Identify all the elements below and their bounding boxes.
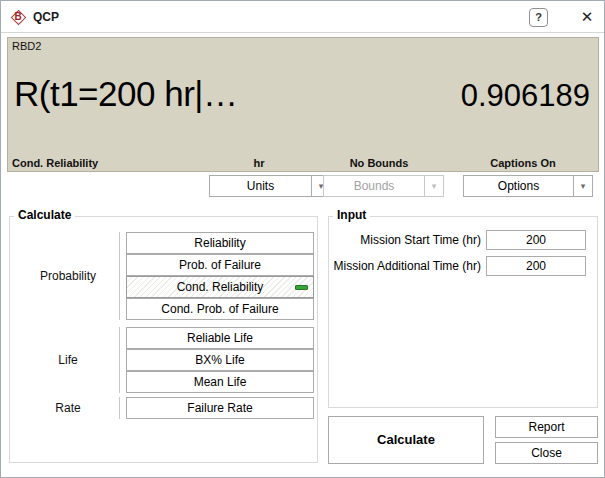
result-expression: R(t1=200 hr|… [14,74,237,114]
calculate-button[interactable]: Calculate [328,416,484,464]
item-name-label: RBD2 [12,40,41,52]
caption-units: hr [204,157,314,169]
bx-life-option[interactable]: BX% Life [126,349,314,371]
calculate-group-title: Calculate [14,208,75,222]
caption-bounds: No Bounds [318,157,440,169]
units-button-label[interactable]: Units [210,176,311,196]
cond-reliability-option-label: Cond. Reliability [177,280,264,294]
rate-label: Rate [18,397,118,419]
result-row: R(t1=200 hr|… 0.906189 [14,74,590,114]
mean-life-option[interactable]: Mean Life [126,371,314,393]
mission-additional-time-input[interactable] [486,256,586,276]
reliability-option[interactable]: Reliability [126,232,314,254]
mission-start-time-label: Mission Start Time (hr) [329,230,481,250]
life-label: Life [18,327,118,393]
rate-divider [119,397,120,419]
blocksim-app-icon: B [10,9,26,25]
life-divider [119,327,120,393]
options-button[interactable]: Options ▾ [463,175,593,197]
selected-indicator [295,285,308,290]
units-button[interactable]: Units ▾ [209,175,331,197]
results-display: RBD2 R(t1=200 hr|… 0.906189 Cond. Reliab… [7,37,599,172]
qcp-dialog: B QCP ? ✕ RBD2 R(t1=200 hr|… 0.906189 Co… [0,0,605,478]
help-icon[interactable]: ? [529,8,548,27]
probability-divider [119,232,120,320]
titlebar: B QCP ? ✕ [1,1,604,33]
failure-rate-option[interactable]: Failure Rate [126,397,314,419]
cond-prob-of-failure-option[interactable]: Cond. Prob. of Failure [126,298,314,320]
mission-additional-time-label: Mission Additional Time (hr) [329,256,481,276]
cond-reliability-option[interactable]: Cond. Reliability [126,276,314,298]
probability-label: Probability [18,232,118,320]
reliable-life-option[interactable]: Reliable Life [126,327,314,349]
report-button[interactable]: Report [495,416,598,438]
mission-start-time-input[interactable] [486,230,586,250]
bounds-button-label: Bounds [324,176,424,196]
chevron-down-icon: ▾ [424,176,443,196]
caption-metric: Cond. Reliability [12,157,98,169]
options-button-label[interactable]: Options [464,176,573,196]
input-group-title: Input [333,208,370,222]
calculate-group: Calculate Probability Reliability Prob. … [9,216,318,463]
close-button[interactable]: Close [495,442,598,464]
result-value: 0.906189 [461,78,590,114]
close-icon[interactable]: ✕ [574,5,600,29]
input-group: Input Mission Start Time (hr) Mission Ad… [328,216,598,408]
window-title: QCP [33,1,59,33]
bounds-button: Bounds ▾ [323,175,444,197]
caption-captions: Captions On [458,157,588,169]
app-icon-letter: B [10,10,26,24]
chevron-down-icon[interactable]: ▾ [573,176,592,196]
prob-of-failure-option[interactable]: Prob. of Failure [126,254,314,276]
